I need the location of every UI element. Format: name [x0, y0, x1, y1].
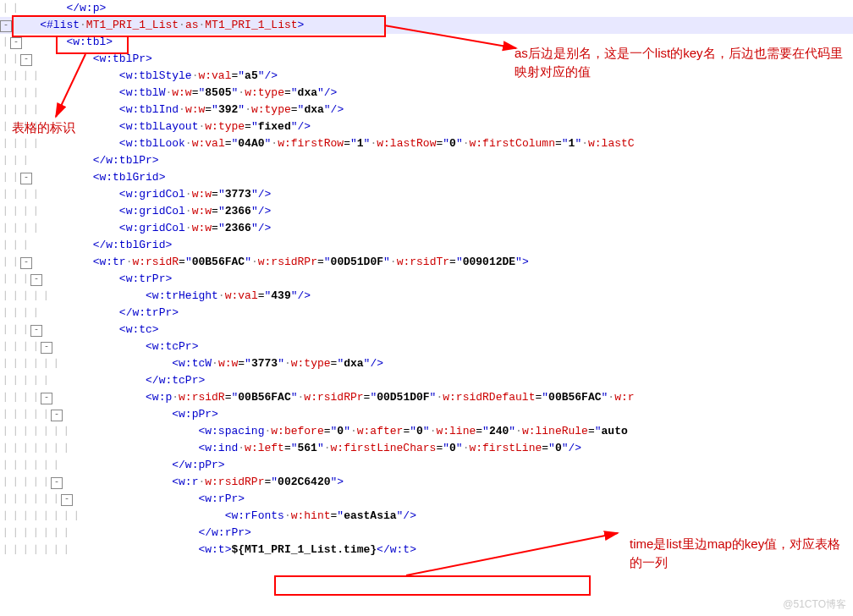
code-line[interactable]: ││││││││ <w:rFonts·w:hint="eastAsia"/> — [0, 508, 853, 525]
code-line[interactable]: │││││- <w:r·w:rsidRPr="002C6420"> — [0, 474, 853, 491]
code-line[interactable]: ││││ <w:tblLayout·w:type="fixed"/> — [0, 118, 853, 135]
code-line[interactable]: │││││││ <w:spacing·w:before="0"·w:after=… — [0, 423, 853, 440]
code-line[interactable]: │││- <w:tc> — [0, 322, 853, 338]
code-line[interactable]: ││- <w:tr·w:rsidR="00B56FAC"·w:rsidRPr="… — [0, 254, 853, 271]
code-line[interactable]: ││││ <w:gridCol·w:w="2366"/> — [0, 220, 853, 237]
code-line[interactable]: ││││ <w:tblInd·w:w="392"·w:type="dxa"/> — [0, 102, 853, 118]
code-line[interactable]: ││- <w:tblGrid> — [0, 169, 853, 186]
code-line[interactable]: │││ </w:tblGrid> — [0, 237, 853, 254]
annotation-left: 表格的标识 — [12, 118, 75, 137]
code-line[interactable]: ││││ </w:trPr> — [0, 305, 853, 322]
code-editor[interactable]: ││ </w:p>- <#list·MT1_PRI_1_List·as·MT1_… — [0, 0, 853, 558]
code-line[interactable]: ││││││ </w:pPr> — [0, 457, 853, 474]
code-line[interactable]: │││││ <w:trHeight·w:val="439"/> — [0, 288, 853, 305]
code-line[interactable]: │││││- <w:pPr> — [0, 406, 853, 423]
code-line[interactable]: ││││ <w:tblW·w:w="8505"·w:type="dxa"/> — [0, 85, 853, 102]
code-line[interactable]: ││││- <w:p·w:rsidR="00B56FAC"·w:rsidRPr=… — [0, 389, 853, 406]
code-line[interactable]: ││││ <w:gridCol·w:w="2366"/> — [0, 203, 853, 220]
code-line[interactable]: ││││ <w:tblLook·w:val="04A0"·w:firstRow=… — [0, 135, 853, 152]
annotation-top-right: as后边是别名，这是一个list的key名，后边也需要在代码里映射对应的值 — [515, 44, 845, 81]
code-line[interactable]: │││││ </w:tcPr> — [0, 372, 853, 389]
code-line[interactable]: ││││ <w:gridCol·w:w="3773"/> — [0, 186, 853, 203]
code-line[interactable]: ││││││ <w:tcW·w:w="3773"·w:type="dxa"/> — [0, 355, 853, 372]
fold-icon[interactable]: - — [0, 20, 12, 32]
code-line[interactable]: │││ </w:tblPr> — [0, 152, 853, 169]
code-line[interactable]: ││ </w:p> — [0, 0, 853, 17]
code-line[interactable]: ││││- <w:tcPr> — [0, 338, 853, 355]
code-line[interactable]: │││- <w:trPr> — [0, 271, 853, 288]
code-line[interactable]: │││││││ <w:ind·w:left="561"·w:firstLineC… — [0, 440, 853, 457]
annotation-box-wt — [274, 575, 591, 596]
annotation-bottom-right: time是list里边map的key值，对应表格的一列 — [630, 535, 841, 572]
watermark: @51CTO博客 — [783, 596, 846, 613]
code-line[interactable]: - <#list·MT1_PRI_1_List·as·MT1_PRI_1_Lis… — [0, 17, 853, 34]
code-line[interactable]: ││││││- <w:rPr> — [0, 491, 853, 508]
